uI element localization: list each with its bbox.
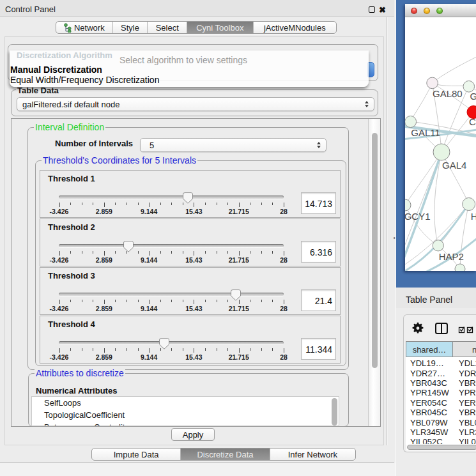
svg-text:GCY1: GCY1	[405, 211, 431, 222]
svg-text:GAL4: GAL4	[442, 160, 466, 171]
svg-text:HA: HA	[471, 211, 476, 222]
svg-text:GAL80: GAL80	[433, 88, 463, 99]
svg-text:HAP2: HAP2	[439, 251, 464, 262]
svg-text:GA: GA	[470, 91, 476, 102]
svg-text:GAL11: GAL11	[411, 127, 440, 138]
svg-text:CR: CR	[469, 116, 476, 127]
